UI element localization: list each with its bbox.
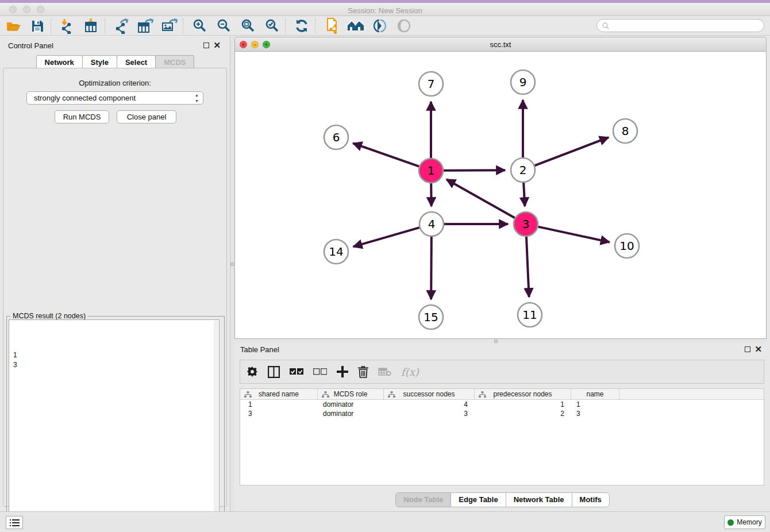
cell-successor-nodes[interactable]: 4: [384, 400, 475, 409]
mcds-result-group: MCDS result (2 nodes) 1 3: [6, 316, 225, 532]
edge-3-10[interactable]: [538, 227, 610, 242]
search-input[interactable]: [596, 19, 764, 32]
refresh-icon[interactable]: [293, 18, 310, 34]
control-panel-title: Control Panel: [8, 41, 53, 50]
column-header-shared-name[interactable]: shared name: [240, 389, 318, 399]
node-7[interactable]: 7: [419, 72, 443, 96]
edge-4-15[interactable]: [431, 237, 432, 299]
svg-text:9: 9: [519, 75, 527, 89]
document-share-icon[interactable]: [323, 18, 340, 34]
hierarchy-icon: [479, 391, 486, 400]
network-window-titlebar[interactable]: × − + scc.txt: [234, 37, 767, 52]
node-8[interactable]: 8: [613, 119, 637, 143]
memory-button[interactable]: Memory: [724, 515, 765, 529]
node-11[interactable]: 11: [518, 303, 542, 327]
run-mcds-button[interactable]: Run MCDS: [55, 110, 109, 124]
table-row[interactable]: 3dominator323: [240, 409, 764, 418]
toolbar-separator: [183, 18, 183, 33]
list-icon: [10, 519, 20, 527]
node-15[interactable]: 15: [419, 305, 443, 329]
float-panel-icon[interactable]: [745, 346, 750, 352]
hierarchy-icon: [244, 391, 252, 400]
tab-node-table[interactable]: Node Table: [395, 492, 451, 507]
add-icon[interactable]: [337, 366, 348, 377]
save-icon[interactable]: [29, 18, 46, 34]
horizontal-splitter[interactable]: [234, 340, 768, 344]
houses-icon[interactable]: [347, 18, 364, 34]
task-history-button[interactable]: [6, 516, 23, 529]
table-import-icon[interactable]: [83, 18, 100, 34]
svg-text:4: 4: [428, 217, 436, 231]
float-panel-icon[interactable]: [203, 43, 209, 48]
network-export-icon[interactable]: [113, 18, 130, 34]
flag-eye-icon[interactable]: [371, 18, 388, 34]
splitter-handle[interactable]: [494, 340, 498, 343]
deselect-all-icon[interactable]: [313, 368, 327, 376]
gear-icon[interactable]: [247, 367, 258, 377]
node-6[interactable]: 6: [324, 125, 348, 149]
close-panel-button[interactable]: Close panel: [117, 110, 176, 124]
cell-MCDS-role[interactable]: dominator: [318, 400, 384, 409]
node-2[interactable]: 2: [511, 158, 535, 182]
mcds-tab-content: Optimization criterion: strongly connect…: [3, 68, 227, 507]
result-scrollbar[interactable]: [214, 321, 218, 532]
close-panel-icon[interactable]: ✕: [754, 346, 762, 352]
column-header-predecessor-nodes[interactable]: predecessor nodes: [475, 389, 571, 399]
node-table[interactable]: shared nameMCDS rolesuccessor nodesprede…: [240, 388, 764, 485]
node-3[interactable]: 3: [514, 212, 538, 236]
vertical-splitter[interactable]: [230, 36, 234, 511]
node-4[interactable]: 4: [419, 212, 444, 236]
cell-predecessor-nodes[interactable]: 2: [475, 409, 571, 418]
cell-name[interactable]: 1: [571, 400, 619, 409]
edge-4-14[interactable]: [353, 228, 419, 246]
node-1[interactable]: 1: [419, 159, 443, 183]
zoom-fit-icon[interactable]: [239, 18, 256, 34]
edge-1-6[interactable]: [353, 143, 419, 166]
table-export-icon[interactable]: [137, 18, 154, 34]
zoom-out-icon[interactable]: [215, 18, 232, 34]
table-row[interactable]: 1dominator411: [240, 400, 764, 409]
trash-icon[interactable]: [358, 366, 368, 378]
edge-3-1[interactable]: [446, 179, 515, 218]
splitter-handle[interactable]: [230, 263, 234, 266]
main-titlebar: Session: New Session: [0, 3, 770, 16]
edge-2-3[interactable]: [523, 183, 525, 206]
cell-name[interactable]: 3: [571, 409, 619, 418]
zoom-in-icon[interactable]: [191, 18, 208, 34]
edge-2-8[interactable]: [535, 137, 609, 165]
column-label: shared name: [259, 390, 299, 398]
columns-icon[interactable]: [268, 366, 280, 378]
cell-successor-nodes[interactable]: 3: [384, 409, 475, 418]
svg-text:3: 3: [522, 217, 530, 231]
tab-edge-table[interactable]: Edge Table: [451, 492, 506, 507]
folder-open-icon[interactable]: [5, 18, 22, 34]
node-9[interactable]: 9: [511, 70, 535, 94]
main-toolbar: [0, 16, 770, 36]
edge-1-2[interactable]: [444, 170, 505, 171]
image-export-icon[interactable]: [161, 18, 178, 34]
cell-predecessor-nodes[interactable]: 1: [475, 400, 571, 409]
tab-network-table[interactable]: Network Table: [506, 492, 572, 507]
tab-motifs[interactable]: Motifs: [572, 492, 610, 507]
optimization-criterion-select[interactable]: strongly connected component ▲▼: [26, 91, 203, 105]
column-header-successor-nodes[interactable]: successor nodes: [384, 389, 475, 399]
zoom-selected-icon[interactable]: [263, 18, 280, 34]
network-graph[interactable]: 7968124314101511: [235, 52, 766, 338]
column-header-name[interactable]: name: [571, 389, 619, 399]
toolbar-separator: [315, 18, 315, 33]
cell-MCDS-role[interactable]: dominator: [318, 409, 384, 418]
column-header-MCDS-role[interactable]: MCDS role: [318, 389, 384, 399]
selected-option-label: strongly connected component: [34, 94, 136, 102]
edge-3-11[interactable]: [526, 237, 529, 297]
node-14[interactable]: 14: [324, 240, 348, 264]
svg-text:14: 14: [329, 245, 343, 259]
table-tabs: Node TableEdge TableNetwork TableMotifs: [234, 492, 770, 507]
network-canvas[interactable]: 7968124314101511: [234, 52, 767, 339]
cell-shared-name[interactable]: 1: [240, 400, 318, 409]
mcds-result-textarea[interactable]: 1 3: [9, 319, 220, 532]
cell-shared-name[interactable]: 3: [240, 409, 318, 418]
network-import-icon[interactable]: [59, 18, 76, 34]
node-10[interactable]: 10: [615, 234, 639, 258]
select-all-icon[interactable]: [290, 368, 303, 376]
close-panel-icon[interactable]: ✕: [213, 43, 221, 48]
